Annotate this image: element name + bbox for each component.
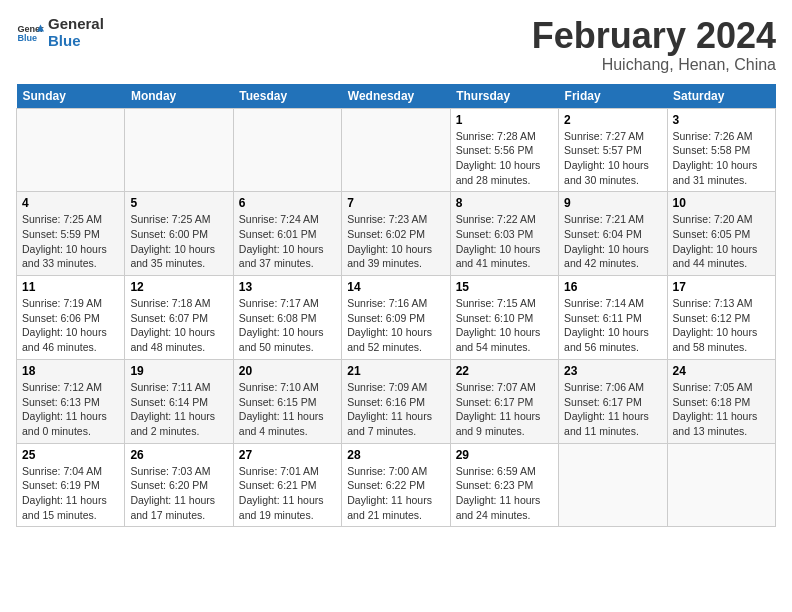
calendar-cell [559, 443, 667, 527]
calendar-cell [17, 108, 125, 192]
day-number: 24 [673, 364, 770, 378]
calendar-cell: 4Sunrise: 7:25 AM Sunset: 5:59 PM Daylig… [17, 192, 125, 276]
day-number: 5 [130, 196, 227, 210]
day-info: Sunrise: 7:04 AM Sunset: 6:19 PM Dayligh… [22, 464, 119, 523]
day-info: Sunrise: 7:28 AM Sunset: 5:56 PM Dayligh… [456, 129, 553, 188]
calendar-cell: 2Sunrise: 7:27 AM Sunset: 5:57 PM Daylig… [559, 108, 667, 192]
day-info: Sunrise: 7:00 AM Sunset: 6:22 PM Dayligh… [347, 464, 444, 523]
day-info: Sunrise: 7:21 AM Sunset: 6:04 PM Dayligh… [564, 212, 661, 271]
day-info: Sunrise: 7:22 AM Sunset: 6:03 PM Dayligh… [456, 212, 553, 271]
logo-icon: General Blue [16, 19, 44, 47]
logo: General Blue General Blue [16, 16, 104, 49]
day-info: Sunrise: 7:01 AM Sunset: 6:21 PM Dayligh… [239, 464, 336, 523]
calendar-cell: 29Sunrise: 6:59 AM Sunset: 6:23 PM Dayli… [450, 443, 558, 527]
calendar-cell: 9Sunrise: 7:21 AM Sunset: 6:04 PM Daylig… [559, 192, 667, 276]
calendar-subtitle: Huichang, Henan, China [532, 56, 776, 74]
weekday-header-row: SundayMondayTuesdayWednesdayThursdayFrid… [17, 84, 776, 109]
day-number: 13 [239, 280, 336, 294]
week-row-1: 1Sunrise: 7:28 AM Sunset: 5:56 PM Daylig… [17, 108, 776, 192]
calendar-cell [667, 443, 775, 527]
calendar-cell: 20Sunrise: 7:10 AM Sunset: 6:15 PM Dayli… [233, 359, 341, 443]
day-info: Sunrise: 7:25 AM Sunset: 5:59 PM Dayligh… [22, 212, 119, 271]
day-info: Sunrise: 7:19 AM Sunset: 6:06 PM Dayligh… [22, 296, 119, 355]
calendar-cell: 15Sunrise: 7:15 AM Sunset: 6:10 PM Dayli… [450, 276, 558, 360]
calendar-cell: 25Sunrise: 7:04 AM Sunset: 6:19 PM Dayli… [17, 443, 125, 527]
day-number: 17 [673, 280, 770, 294]
calendar-cell: 19Sunrise: 7:11 AM Sunset: 6:14 PM Dayli… [125, 359, 233, 443]
weekday-header-saturday: Saturday [667, 84, 775, 109]
calendar-cell: 26Sunrise: 7:03 AM Sunset: 6:20 PM Dayli… [125, 443, 233, 527]
day-number: 16 [564, 280, 661, 294]
calendar-cell: 16Sunrise: 7:14 AM Sunset: 6:11 PM Dayli… [559, 276, 667, 360]
day-number: 8 [456, 196, 553, 210]
calendar-cell: 6Sunrise: 7:24 AM Sunset: 6:01 PM Daylig… [233, 192, 341, 276]
day-number: 22 [456, 364, 553, 378]
day-info: Sunrise: 7:14 AM Sunset: 6:11 PM Dayligh… [564, 296, 661, 355]
day-info: Sunrise: 6:59 AM Sunset: 6:23 PM Dayligh… [456, 464, 553, 523]
day-info: Sunrise: 7:18 AM Sunset: 6:07 PM Dayligh… [130, 296, 227, 355]
calendar-cell: 5Sunrise: 7:25 AM Sunset: 6:00 PM Daylig… [125, 192, 233, 276]
week-row-4: 18Sunrise: 7:12 AM Sunset: 6:13 PM Dayli… [17, 359, 776, 443]
week-row-2: 4Sunrise: 7:25 AM Sunset: 5:59 PM Daylig… [17, 192, 776, 276]
day-info: Sunrise: 7:10 AM Sunset: 6:15 PM Dayligh… [239, 380, 336, 439]
day-number: 26 [130, 448, 227, 462]
day-info: Sunrise: 7:27 AM Sunset: 5:57 PM Dayligh… [564, 129, 661, 188]
day-info: Sunrise: 7:16 AM Sunset: 6:09 PM Dayligh… [347, 296, 444, 355]
day-number: 14 [347, 280, 444, 294]
calendar-table: SundayMondayTuesdayWednesdayThursdayFrid… [16, 84, 776, 528]
calendar-cell: 13Sunrise: 7:17 AM Sunset: 6:08 PM Dayli… [233, 276, 341, 360]
week-row-5: 25Sunrise: 7:04 AM Sunset: 6:19 PM Dayli… [17, 443, 776, 527]
day-number: 21 [347, 364, 444, 378]
weekday-header-sunday: Sunday [17, 84, 125, 109]
day-info: Sunrise: 7:23 AM Sunset: 6:02 PM Dayligh… [347, 212, 444, 271]
day-info: Sunrise: 7:12 AM Sunset: 6:13 PM Dayligh… [22, 380, 119, 439]
logo-general: General [48, 16, 104, 33]
day-info: Sunrise: 7:06 AM Sunset: 6:17 PM Dayligh… [564, 380, 661, 439]
day-info: Sunrise: 7:17 AM Sunset: 6:08 PM Dayligh… [239, 296, 336, 355]
day-number: 12 [130, 280, 227, 294]
day-info: Sunrise: 7:26 AM Sunset: 5:58 PM Dayligh… [673, 129, 770, 188]
weekday-header-tuesday: Tuesday [233, 84, 341, 109]
calendar-cell: 7Sunrise: 7:23 AM Sunset: 6:02 PM Daylig… [342, 192, 450, 276]
day-info: Sunrise: 7:24 AM Sunset: 6:01 PM Dayligh… [239, 212, 336, 271]
title-block: February 2024 Huichang, Henan, China [532, 16, 776, 74]
day-info: Sunrise: 7:07 AM Sunset: 6:17 PM Dayligh… [456, 380, 553, 439]
calendar-cell: 14Sunrise: 7:16 AM Sunset: 6:09 PM Dayli… [342, 276, 450, 360]
weekday-header-wednesday: Wednesday [342, 84, 450, 109]
calendar-cell: 18Sunrise: 7:12 AM Sunset: 6:13 PM Dayli… [17, 359, 125, 443]
calendar-cell: 8Sunrise: 7:22 AM Sunset: 6:03 PM Daylig… [450, 192, 558, 276]
day-number: 3 [673, 113, 770, 127]
day-info: Sunrise: 7:20 AM Sunset: 6:05 PM Dayligh… [673, 212, 770, 271]
calendar-cell: 10Sunrise: 7:20 AM Sunset: 6:05 PM Dayli… [667, 192, 775, 276]
calendar-cell: 22Sunrise: 7:07 AM Sunset: 6:17 PM Dayli… [450, 359, 558, 443]
day-info: Sunrise: 7:15 AM Sunset: 6:10 PM Dayligh… [456, 296, 553, 355]
week-row-3: 11Sunrise: 7:19 AM Sunset: 6:06 PM Dayli… [17, 276, 776, 360]
day-number: 11 [22, 280, 119, 294]
page-header: General Blue General Blue February 2024 … [16, 16, 776, 74]
day-number: 1 [456, 113, 553, 127]
day-number: 28 [347, 448, 444, 462]
day-number: 9 [564, 196, 661, 210]
day-number: 25 [22, 448, 119, 462]
calendar-cell: 23Sunrise: 7:06 AM Sunset: 6:17 PM Dayli… [559, 359, 667, 443]
calendar-cell: 21Sunrise: 7:09 AM Sunset: 6:16 PM Dayli… [342, 359, 450, 443]
day-info: Sunrise: 7:11 AM Sunset: 6:14 PM Dayligh… [130, 380, 227, 439]
calendar-cell: 11Sunrise: 7:19 AM Sunset: 6:06 PM Dayli… [17, 276, 125, 360]
day-info: Sunrise: 7:09 AM Sunset: 6:16 PM Dayligh… [347, 380, 444, 439]
day-number: 29 [456, 448, 553, 462]
calendar-cell: 27Sunrise: 7:01 AM Sunset: 6:21 PM Dayli… [233, 443, 341, 527]
calendar-cell [233, 108, 341, 192]
day-number: 10 [673, 196, 770, 210]
calendar-cell [125, 108, 233, 192]
day-number: 18 [22, 364, 119, 378]
day-number: 23 [564, 364, 661, 378]
weekday-header-monday: Monday [125, 84, 233, 109]
day-number: 7 [347, 196, 444, 210]
day-info: Sunrise: 7:05 AM Sunset: 6:18 PM Dayligh… [673, 380, 770, 439]
day-info: Sunrise: 7:03 AM Sunset: 6:20 PM Dayligh… [130, 464, 227, 523]
day-info: Sunrise: 7:13 AM Sunset: 6:12 PM Dayligh… [673, 296, 770, 355]
calendar-title: February 2024 [532, 16, 776, 56]
logo-blue: Blue [48, 33, 104, 50]
calendar-cell: 12Sunrise: 7:18 AM Sunset: 6:07 PM Dayli… [125, 276, 233, 360]
calendar-cell: 1Sunrise: 7:28 AM Sunset: 5:56 PM Daylig… [450, 108, 558, 192]
